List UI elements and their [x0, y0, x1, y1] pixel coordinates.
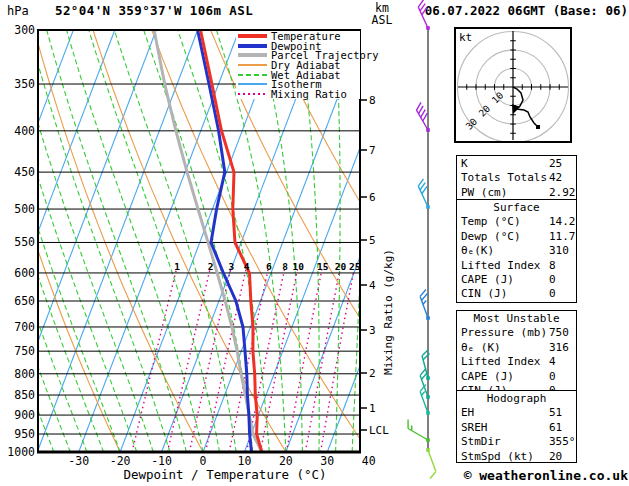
panel-row: Lifted Index4	[457, 355, 576, 369]
stat-value: 11.7	[549, 230, 576, 244]
panel-row: EH51	[457, 406, 576, 420]
panel-row: Pressure (mb)750	[457, 326, 576, 340]
panel-most-unstable: Most UnstablePressure (mb)750θₑ (K)316Li…	[456, 310, 577, 392]
stat-label: CAPE (J)	[457, 370, 549, 384]
stat-label: Totals Totals	[457, 171, 549, 185]
panel-hodograph: HodographEH51SREH61StmDir355°StmSpd (kt)…	[456, 390, 577, 463]
stat-value: 0	[549, 370, 556, 384]
panel-row: StmSpd (kt)20	[457, 450, 576, 464]
stat-value: 316	[549, 341, 569, 355]
panel-row: CAPE (J)0	[457, 273, 576, 287]
stat-label: CIN (J)	[457, 287, 549, 301]
stat-value: 310	[549, 244, 569, 258]
panel-row: θₑ(K)310	[457, 244, 576, 258]
panel-title: Surface	[457, 201, 576, 215]
panel-row: Temp (°C)14.2	[457, 215, 576, 229]
stat-label: Temp (°C)	[457, 215, 549, 229]
panel-row: CAPE (J)0	[457, 370, 576, 384]
stat-value: 355°	[549, 435, 576, 449]
panel-surface: SurfaceTemp (°C)14.2Dewp (°C)11.7θₑ(K)31…	[456, 199, 577, 303]
panel-title: Hodograph	[457, 392, 576, 406]
panel-row: CIN (J)0	[457, 287, 576, 301]
stat-label: StmDir	[457, 435, 549, 449]
stat-value: 750	[549, 326, 569, 340]
stat-value: 51	[549, 406, 562, 420]
stat-value: 14.2	[549, 215, 576, 229]
stat-value: 8	[549, 259, 556, 273]
stat-label: Lifted Index	[457, 259, 549, 273]
panel-row: Lifted Index8	[457, 259, 576, 273]
stat-label: θₑ (K)	[457, 341, 549, 355]
panel-row: Dewp (°C)11.7	[457, 230, 576, 244]
stat-label: θₑ(K)	[457, 244, 549, 258]
stat-value: 0	[549, 273, 556, 287]
stat-label: Dewp (°C)	[457, 230, 549, 244]
panel-row: SREH61	[457, 421, 576, 435]
panel-row: StmDir355°	[457, 435, 576, 449]
panel-title: Most Unstable	[457, 312, 576, 326]
panel-row: Totals Totals42	[457, 171, 576, 185]
skewt-sounding-screen: hPa 52°04'N 359°37'W 106m ASL kmASL 06.0…	[0, 0, 629, 486]
stat-value: 4	[549, 355, 556, 369]
panel-indices: K25Totals Totals42PW (cm)2.92	[456, 155, 577, 201]
stat-value: 61	[549, 421, 562, 435]
stat-label: SREH	[457, 421, 549, 435]
stat-label: CAPE (J)	[457, 273, 549, 287]
stat-value: 0	[549, 287, 556, 301]
stat-label: Pressure (mb)	[457, 326, 549, 340]
kt-unit-label: kt	[459, 31, 472, 44]
panel-row: K25	[457, 157, 576, 171]
stat-label: EH	[457, 406, 549, 420]
stat-value: 42	[549, 171, 562, 185]
stat-value: 20	[549, 450, 562, 464]
panel-row: θₑ (K)316	[457, 341, 576, 355]
stat-value: 25	[549, 157, 562, 171]
stat-label: K	[457, 157, 549, 171]
copyright-label: © weatheronline.co.uk	[464, 468, 628, 483]
stat-label: Lifted Index	[457, 355, 549, 369]
stat-label: StmSpd (kt)	[457, 450, 549, 464]
